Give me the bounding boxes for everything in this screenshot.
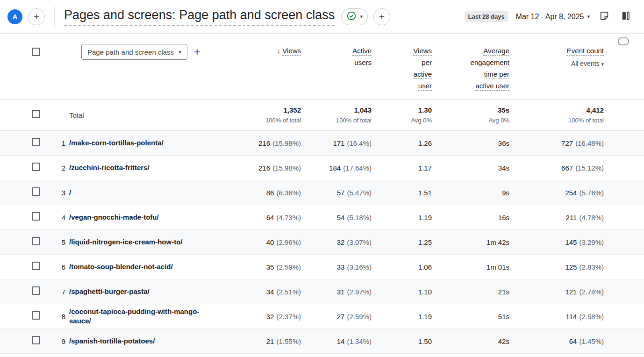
select-all-checkbox[interactable] <box>32 48 40 56</box>
event-count-cell: 727(16.48%) <box>509 139 604 147</box>
page-path: /spanish-tortilla-potatoes/ <box>69 336 205 346</box>
views-per-active-user-cell: 1.19 <box>372 214 432 221</box>
views-cell: 216(15.98%) <box>238 139 301 147</box>
scrollbar-thumb[interactable] <box>618 37 629 45</box>
views-per-active-user-cell: 1.06 <box>372 263 432 271</box>
table-row: 4 /vegan-gnocchi-made-tofu/ 64(4.73%) 54… <box>0 205 644 230</box>
total-row-checkbox[interactable] <box>32 110 40 118</box>
event-count-cell: 667(15.12%) <box>509 164 604 172</box>
avg-engagement-cell: 42s <box>432 337 509 345</box>
active-users-cell: 27(2.59%) <box>301 313 372 321</box>
total-views: 1,352 100% of total <box>238 106 301 124</box>
row-checkbox[interactable] <box>32 187 40 196</box>
active-users-cell: 171(16.4%) <box>301 139 372 147</box>
views-cell: 32(2.37%) <box>238 313 301 321</box>
table-total-row: Total 1,352 100% of total 1,043 100% of … <box>0 99 644 131</box>
row-checkbox[interactable] <box>32 212 40 221</box>
event-count-cell: 145(3.29%) <box>509 238 604 246</box>
page-path: /spaghetti-burger-pasta/ <box>69 287 205 296</box>
views-per-active-user-cell: 1.25 <box>372 238 432 246</box>
avg-engagement-cell: 21s <box>432 288 509 296</box>
column-header-event-count[interactable]: Event count All events ▾ <box>509 44 604 70</box>
row-checkbox[interactable] <box>32 237 40 245</box>
active-users-cell: 14(1.34%) <box>301 337 372 345</box>
table-row: 7 /spaghetti-burger-pasta/ 34(2.51%) 31(… <box>0 279 644 304</box>
add-dimension-button[interactable]: + <box>194 46 200 57</box>
page-path: / <box>69 188 205 197</box>
avg-engagement-cell: 1m 42s <box>432 238 509 246</box>
active-users-cell: 57(5.47%) <box>301 189 372 197</box>
event-filter-dropdown[interactable]: All events ▾ <box>509 58 604 70</box>
row-number: 8 <box>52 313 69 321</box>
note-icon <box>599 11 609 22</box>
column-header-active-users[interactable]: Active users <box>301 44 372 68</box>
dimension-selector-dropdown[interactable]: Page path and screen class ▾ <box>81 44 187 60</box>
row-number: 2 <box>52 164 69 172</box>
caret-down-icon: ▾ <box>360 14 363 20</box>
views-cell: 35(2.59%) <box>238 263 301 271</box>
avg-engagement-cell: 51s <box>432 313 509 321</box>
views-cell: 86(6.36%) <box>238 189 301 197</box>
total-event-count: 4,412 100% of total <box>509 106 604 124</box>
event-count-cell: 114(2.58%) <box>509 313 604 321</box>
column-header-views[interactable]: ↓Views <box>238 44 301 57</box>
row-number: 1 <box>52 139 69 147</box>
row-number: 3 <box>52 189 69 197</box>
add-button[interactable]: + <box>28 8 45 25</box>
row-checkbox[interactable] <box>32 138 40 146</box>
views-per-active-user-cell: 1.50 <box>372 337 432 345</box>
row-checkbox[interactable] <box>32 262 40 270</box>
event-count-cell: 64(1.45%) <box>509 337 604 345</box>
comparison-panel-button[interactable] <box>619 10 633 24</box>
avg-engagement-cell: 16s <box>432 214 509 221</box>
divider <box>54 7 55 27</box>
caret-down-icon: ▾ <box>587 14 590 20</box>
table-row: 2 /zucchini-ricotta-fritters/ 216(15.98%… <box>0 156 644 180</box>
active-users-cell: 31(2.97%) <box>301 288 372 296</box>
report-title[interactable]: Pages and screens: Page path and screen … <box>64 8 335 26</box>
table-row: 8 /coconut-tapioca-pudding-with-mango-sa… <box>0 304 644 329</box>
date-range-picker[interactable]: Mar 12 - Apr 8, 2025 ▾ <box>516 13 590 21</box>
views-cell: 34(2.51%) <box>238 288 301 296</box>
row-checkbox[interactable] <box>32 311 40 320</box>
table-body: 1 /make-corn-tortillas-polenta/ 216(15.9… <box>0 131 644 354</box>
page-path: /make-corn-tortillas-polenta/ <box>69 138 205 148</box>
column-header-views-per-active-user[interactable]: Views per active user <box>372 44 432 92</box>
page-path: /vegan-gnocchi-made-tofu/ <box>69 213 205 222</box>
row-checkbox[interactable] <box>32 336 40 344</box>
active-users-cell: 33(3.16%) <box>301 263 372 271</box>
views-per-active-user-cell: 1.10 <box>372 288 432 296</box>
page-path: /zucchini-ricotta-fritters/ <box>69 163 205 172</box>
row-number: 4 <box>52 214 69 221</box>
row-number: 5 <box>52 238 69 246</box>
active-users-cell: 32(3.07%) <box>301 238 372 246</box>
views-cell: 216(15.98%) <box>238 164 301 172</box>
event-count-cell: 211(4.78%) <box>509 214 604 221</box>
table-header-row: Page path and screen class ▾ + ↓Views Ac… <box>0 34 644 99</box>
table-row: 6 /tomato-soup-blender-not-acid/ 35(2.59… <box>0 255 644 279</box>
avg-engagement-cell: 1m 01s <box>432 263 509 271</box>
views-cell: 40(2.96%) <box>238 238 301 246</box>
column-header-avg-engagement[interactable]: Average engagement time per active user <box>432 44 509 92</box>
app-header: A + Pages and screens: Page path and scr… <box>0 0 644 34</box>
insights-notes-button[interactable] <box>597 10 611 24</box>
avg-engagement-cell: 36s <box>432 139 509 147</box>
row-checkbox[interactable] <box>32 286 40 295</box>
account-avatar[interactable]: A <box>7 9 22 24</box>
dimension-selector-label: Page path and screen class <box>87 48 174 56</box>
report-saved-status-dropdown[interactable]: ▾ <box>341 8 368 25</box>
event-count-cell: 125(2.83%) <box>509 263 604 271</box>
avg-engagement-cell: 9s <box>432 189 509 197</box>
add-comparison-button[interactable]: + <box>373 8 390 25</box>
row-number: 7 <box>52 288 69 296</box>
active-users-cell: 54(5.18%) <box>301 214 372 221</box>
row-checkbox[interactable] <box>32 163 40 171</box>
views-per-active-user-cell: 1.19 <box>372 313 432 321</box>
report-table: Page path and screen class ▾ + ↓Views Ac… <box>0 34 644 354</box>
comparison-bars-icon <box>621 11 631 22</box>
page-path: /coconut-tapioca-pudding-with-mango-sauc… <box>69 307 205 326</box>
date-range-text: Mar 12 - Apr 8, 2025 <box>516 13 584 21</box>
check-circle-icon <box>346 11 357 23</box>
total-views-per-active-user: 1.30 Avg 0% <box>372 106 432 124</box>
sort-descending-icon: ↓ <box>277 45 281 57</box>
